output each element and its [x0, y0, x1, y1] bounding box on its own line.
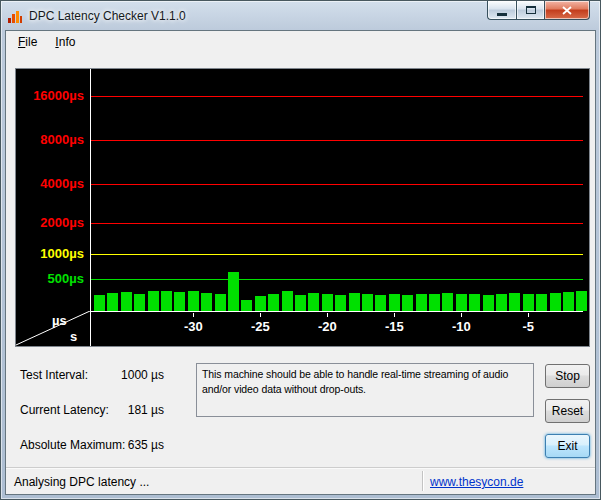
info-value: 635 µs: [102, 438, 164, 452]
gridline-2000: [90, 223, 583, 224]
latency-bar: [563, 292, 574, 311]
gridline-8000: [90, 140, 583, 141]
grid-label-500: 500µs: [16, 271, 84, 286]
latency-bar: [523, 294, 534, 311]
latency-bar: [255, 296, 266, 311]
latency-bar: [121, 292, 132, 311]
latency-bar: [322, 294, 333, 311]
close-button[interactable]: [545, 1, 590, 20]
info-label: Test Interval:: [20, 368, 88, 382]
latency-bar: [282, 291, 293, 311]
x-tick: [193, 313, 194, 317]
close-icon: [562, 6, 572, 15]
latency-bar: [349, 293, 360, 311]
status-text: Analysing DPC latency ...: [14, 475, 149, 489]
info-value: 1000 µs: [102, 368, 164, 382]
gridline-4000: [90, 184, 583, 185]
x-unit-label: s: [70, 329, 77, 344]
menu-info[interactable]: Info: [46, 32, 84, 52]
title-bar[interactable]: DPC Latency Checker V1.1.0: [7, 6, 186, 26]
x-tick: [528, 313, 529, 317]
latency-bar: [416, 294, 427, 311]
gridline-1000: [90, 254, 583, 255]
info-row-current-latency: Current Latency: 181 µs: [20, 403, 190, 417]
latency-bar: [188, 291, 199, 311]
info-row-absolute-maximum: Absolute Maximum: 635 µs: [20, 438, 190, 452]
info-value: 181 µs: [102, 403, 164, 417]
grid-label-4000: 4000µs: [16, 176, 84, 191]
gridline-500: [90, 279, 583, 280]
latency-bar: [456, 294, 467, 311]
app-window: DPC Latency Checker V1.1.0 File Info: [0, 0, 601, 500]
latency-bar: [429, 294, 440, 311]
latency-bar: [174, 292, 185, 311]
grid-label-8000: 8000µs: [16, 132, 84, 147]
y-unit-label: µs: [52, 313, 67, 328]
latency-bar: [161, 291, 172, 311]
latency-bar: [550, 293, 561, 311]
maximize-icon: [526, 6, 536, 14]
x-tick: [327, 313, 328, 317]
statusbar-separator: [422, 471, 423, 491]
latency-bar: [389, 294, 400, 311]
x-tick: [461, 313, 462, 317]
x-tick-label: -25: [244, 319, 276, 334]
x-baseline: [90, 311, 583, 312]
latency-bar: [483, 295, 494, 311]
info-label: Current Latency:: [20, 403, 109, 417]
x-tick-label: -5: [512, 319, 544, 334]
latency-bar: [228, 272, 239, 311]
latency-bar: [509, 293, 520, 311]
window-controls: [487, 1, 590, 20]
latency-bar: [241, 300, 252, 311]
reset-button[interactable]: Reset: [545, 399, 590, 423]
latency-bar: [402, 295, 413, 311]
latency-bar: [308, 293, 319, 311]
latency-bar: [375, 295, 386, 311]
latency-bar: [335, 295, 346, 311]
latency-bar: [576, 291, 587, 311]
client-area: File Info µs s 16000µs8000µs4000µs2000µs…: [5, 30, 596, 495]
gridline-16000: [90, 96, 583, 97]
latency-bar: [442, 293, 453, 311]
latency-bar: [201, 293, 212, 311]
latency-bar: [536, 294, 547, 311]
latency-bar: [268, 294, 279, 311]
latency-bar: [94, 295, 105, 311]
result-message-box[interactable]: This machine should be able to handle re…: [196, 363, 534, 417]
menu-file[interactable]: File: [9, 32, 46, 52]
x-tick-label: -30: [177, 319, 209, 334]
minimize-button[interactable]: [487, 1, 516, 20]
x-tick-label: -15: [378, 319, 410, 334]
info-row-test-interval: Test Interval: 1000 µs: [20, 368, 190, 382]
x-tick: [260, 313, 261, 317]
minimize-icon: [497, 13, 507, 16]
grid-label-16000: 16000µs: [16, 88, 84, 103]
chart: µs s 16000µs8000µs4000µs2000µs1000µs500µ…: [15, 68, 590, 347]
latency-bar: [295, 295, 306, 311]
latency-bar: [469, 294, 480, 311]
menu-bar: File Info: [6, 31, 595, 53]
exit-button[interactable]: Exit: [545, 434, 590, 458]
x-tick-label: -10: [445, 319, 477, 334]
stop-button[interactable]: Stop: [545, 364, 590, 388]
maximize-button[interactable]: [516, 1, 545, 20]
window-title: DPC Latency Checker V1.1.0: [29, 9, 186, 23]
grid-label-1000: 1000µs: [16, 246, 84, 261]
app-icon: [7, 8, 23, 24]
y-axis-line: [90, 69, 91, 346]
x-tick: [394, 313, 395, 317]
latency-bar: [107, 293, 118, 311]
chart-canvas: µs s 16000µs8000µs4000µs2000µs1000µs500µ…: [16, 69, 589, 346]
x-tick-label: -20: [311, 319, 343, 334]
grid-label-2000: 2000µs: [16, 215, 84, 230]
status-bar: Analysing DPC latency ... www.thesycon.d…: [6, 467, 595, 494]
latency-bar: [134, 294, 145, 311]
latency-bar: [362, 294, 373, 311]
latency-bar: [148, 291, 159, 311]
statusbar-link[interactable]: www.thesycon.de: [430, 475, 523, 489]
latency-bar: [215, 294, 226, 311]
latency-bar: [496, 294, 507, 311]
